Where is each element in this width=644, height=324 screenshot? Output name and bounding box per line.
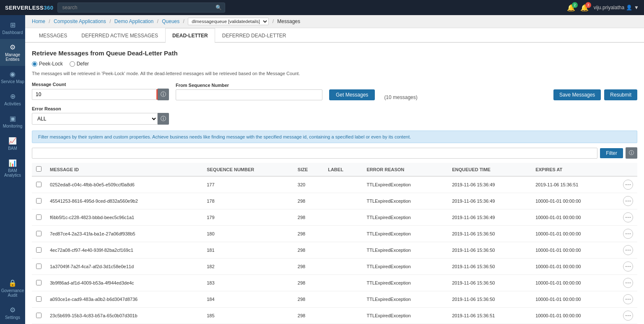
- activities-icon: ⊕: [10, 92, 16, 100]
- form-row-1: Message Count ⓘ From Sequence Number Get…: [32, 82, 637, 100]
- tab-deferred-active[interactable]: DEFERRED ACTIVE MESSAGES: [74, 28, 165, 43]
- col-label: LABEL: [324, 163, 362, 176]
- nav-right: 🔔 2 🔔 3 viju.priyalatha 👤 ▼: [567, 4, 639, 12]
- breadcrumb-queues[interactable]: Queues: [162, 18, 179, 24]
- from-sequence-input[interactable]: [176, 89, 322, 100]
- cell-expires: 10000-01-01 00:00:00: [531, 275, 619, 291]
- get-messages-button[interactable]: Get Messages: [329, 89, 375, 100]
- row-checkbox-2[interactable]: [36, 214, 42, 220]
- resubmit-button[interactable]: Resubmit: [604, 89, 637, 100]
- row-more-btn-5[interactable]: ⋯: [623, 261, 633, 272]
- search-input[interactable]: [57, 3, 225, 13]
- row-checkbox-8[interactable]: [36, 313, 42, 318]
- row-more-btn-3[interactable]: ⋯: [623, 229, 633, 239]
- cell-error-reason: TTLExpiredException: [362, 308, 448, 324]
- breadcrumb-home[interactable]: Home: [32, 18, 45, 24]
- user-menu[interactable]: viju.priyalatha 👤 ▼: [594, 5, 639, 10]
- row-more-btn-8[interactable]: ⋯: [623, 311, 633, 321]
- cell-enqueued: 2019-11-06 15:36:50: [448, 242, 531, 259]
- cell-label: [324, 308, 362, 324]
- row-more-btn-2[interactable]: ⋯: [623, 212, 633, 222]
- row-more-btn-4[interactable]: ⋯: [623, 245, 633, 255]
- notifications-bell[interactable]: 🔔 2: [567, 4, 575, 12]
- table-row: a093ce1e-cad9-483a-a0b2-b6d3047d8736 184…: [32, 291, 637, 308]
- message-count-info-btn[interactable]: ⓘ: [158, 89, 169, 100]
- breadcrumb-demo[interactable]: Demo Application: [114, 18, 153, 24]
- logo: SERVERLESS360: [5, 5, 53, 11]
- sidebar-item-manage-entities[interactable]: ⚙ Manage Entities: [0, 39, 25, 66]
- messages-table-container: MESSAGE ID SEQUENCE NUMBER SIZE LABEL ER…: [32, 163, 637, 324]
- filter-button[interactable]: Filter: [600, 148, 623, 158]
- save-messages-button[interactable]: Save Messages: [553, 89, 601, 100]
- cell-expires: 10000-01-01 00:00:00: [531, 226, 619, 242]
- sidebar-item-dashboard[interactable]: ⊞ Dashboard: [0, 17, 25, 39]
- row-checkbox-7[interactable]: [36, 296, 42, 302]
- col-actions: [619, 163, 637, 176]
- tab-messages[interactable]: MESSAGES: [32, 28, 74, 43]
- sidebar-item-monitoring[interactable]: ▣ Monitoring: [0, 110, 25, 133]
- queue-selector[interactable]: dlmessagequeue [validatedetails]: [188, 18, 269, 25]
- cell-seq: 185: [203, 308, 293, 324]
- table-row: 23c5b699-15b3-4c83-b57a-65c0b07d301b 185…: [32, 308, 637, 324]
- row-checkbox-6[interactable]: [36, 280, 42, 285]
- cell-message-id: a093ce1e-cad9-483a-a0b2-b6d3047d8736: [46, 291, 203, 308]
- content-area: Retrieve Messages from Queue Dead-Letter…: [25, 43, 644, 324]
- row-checkbox-5[interactable]: [36, 264, 42, 269]
- sidebar: ⊞ Dashboard ⚙ Manage Entities ◉ Service …: [0, 15, 25, 324]
- cell-expires: 10000-01-01 00:00:00: [531, 242, 619, 259]
- filter-input[interactable]: [32, 148, 597, 159]
- service-map-icon: ◉: [10, 70, 16, 78]
- sidebar-item-settings[interactable]: ⚙ Settings: [0, 302, 25, 324]
- message-count-input-wrap: ⓘ: [32, 89, 169, 100]
- row-checkbox-4[interactable]: [36, 247, 42, 253]
- sidebar-label-monitoring: Monitoring: [3, 124, 23, 128]
- row-more-btn-6[interactable]: ⋯: [623, 278, 633, 288]
- sidebar-item-bam[interactable]: 📈 BAM: [0, 133, 25, 155]
- filter-info-btn[interactable]: ⓘ: [626, 147, 637, 159]
- row-checkbox-1[interactable]: [36, 198, 42, 204]
- row-more-btn-1[interactable]: ⋯: [623, 196, 633, 206]
- table-row: 4ec72a08-cf97-4e40-939f-82ba2cf169c1 181…: [32, 242, 637, 259]
- radio-defer[interactable]: Defer: [70, 61, 89, 67]
- search-box[interactable]: 🔍: [57, 3, 225, 13]
- user-avatar-icon: 👤: [626, 5, 632, 10]
- tab-deferred-dead-letter[interactable]: DEFERRED DEAD-LETTER: [215, 28, 293, 43]
- cell-enqueued: 2019-11-06 15:36:49: [448, 193, 531, 209]
- cell-seq: 184: [203, 291, 293, 308]
- radio-peek-lock[interactable]: Peek-Lock: [32, 61, 63, 67]
- col-enqueued-time: ENQUEUED TIME: [448, 163, 531, 176]
- message-count-input[interactable]: [32, 89, 158, 100]
- error-reason-info-btn[interactable]: ⓘ: [158, 113, 169, 125]
- cell-enqueued: 2019-11-06 15:36:50: [448, 275, 531, 291]
- error-reason-select-wrap: ALLTTLExpiredExceptionMaxDeliveryCountEx…: [32, 113, 169, 125]
- cell-message-id: 4ec72a08-cf97-4e40-939f-82ba2cf169c1: [46, 242, 203, 259]
- error-reason-select[interactable]: ALLTTLExpiredExceptionMaxDeliveryCountEx…: [32, 113, 158, 125]
- cell-size: 298: [293, 242, 324, 259]
- from-sequence-label: From Sequence Number: [176, 83, 322, 88]
- cell-expires: 10000-01-01 00:00:00: [531, 259, 619, 275]
- row-checkbox-0[interactable]: [36, 182, 42, 187]
- col-sequence-number: SEQUENCE NUMBER: [203, 163, 293, 176]
- sidebar-item-governance-audit[interactable]: 🔒 Governance Audit: [0, 275, 25, 302]
- sidebar-item-service-map[interactable]: ◉ Service Map: [0, 66, 25, 88]
- row-more-btn-0[interactable]: ⋯: [623, 180, 633, 190]
- table-row: 1a37049f-7a2f-4ca7-af2d-3d1c58e0e11d 182…: [32, 259, 637, 275]
- cell-error-reason: TTLExpiredException: [362, 209, 448, 226]
- select-all-checkbox[interactable]: [36, 166, 42, 172]
- cell-label: [324, 275, 362, 291]
- retrieve-mode-group: Peek-Lock Defer: [32, 61, 637, 67]
- cell-error-reason: TTLExpiredException: [362, 259, 448, 275]
- alerts-bell[interactable]: 🔔 3: [580, 4, 589, 12]
- sidebar-item-bam-analytics[interactable]: 📊 BAM Analytics: [0, 155, 25, 182]
- manage-entities-icon: ⚙: [10, 43, 16, 51]
- cell-enqueued: 2019-11-06 15:36:49: [448, 176, 531, 193]
- row-checkbox-3[interactable]: [36, 231, 42, 236]
- col-size: SIZE: [293, 163, 324, 176]
- bam-analytics-icon: 📊: [8, 159, 17, 167]
- sidebar-item-activities[interactable]: ⊕ Activities: [0, 88, 25, 110]
- tab-dead-letter[interactable]: DEAD-LETTER: [165, 28, 215, 43]
- governance-audit-icon: 🔒: [8, 279, 17, 287]
- breadcrumb: Home / Composite Applications / Demo App…: [25, 15, 644, 28]
- breadcrumb-composite[interactable]: Composite Applications: [54, 18, 106, 24]
- row-more-btn-7[interactable]: ⋯: [623, 294, 633, 304]
